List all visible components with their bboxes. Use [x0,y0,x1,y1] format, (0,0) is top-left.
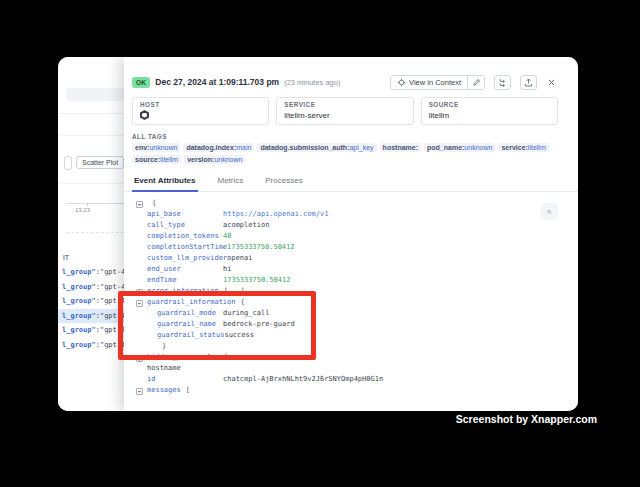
info-card: SERVICE litellm-server [276,97,413,125]
search-icon [547,207,552,217]
attribute-value: success [224,330,254,341]
attribute-row: custom_llm_provider openai [136,253,558,264]
list-item-key: l_group" [62,297,96,305]
truncated-button[interactable] [64,156,72,170]
host-hexagon-icon [140,110,149,120]
tab[interactable]: Event Attributes [132,173,198,192]
background-app-strip: Scatter Plot 13:23 IT l_group":"gpt-4ol_… [58,57,124,411]
list-item[interactable]: l_group":"gpt-4o [58,280,124,295]
info-card: SOURCE litellm [421,97,558,125]
attribute-value: [ [186,385,190,396]
tag-key: datadog.index: [186,144,236,151]
header-button-group: View in Context [390,75,485,90]
attribute-value: bedrock-pre-guard [223,319,295,330]
attribute-value: { [152,198,156,209]
attribute-value: { [241,297,245,308]
tag-chip[interactable]: datadog.index:main [183,143,254,152]
event-timestamp: Dec 27, 2024 at 1:09:11.703 pm [155,77,279,87]
branch-flow-icon [498,78,507,87]
attribute-row: guardrail_name bedrock-pre-guard [136,319,558,330]
tag-chip[interactable]: version:unknown [184,155,245,164]
close-button[interactable] [545,74,558,90]
tag-value: litellm [528,144,546,151]
attribute-key: error_information [147,286,219,297]
attribute-key: guardrail_mode [157,308,223,319]
tag-chip[interactable]: source:litellm [132,155,181,164]
attribute-key: endTime [147,275,223,286]
info-card-value: litellm-server [284,110,405,120]
tab[interactable]: Metrics [216,173,246,191]
panel-header: OK Dec 27, 2024 at 1:09:11.703 pm (23 mi… [132,74,558,90]
edit-button[interactable] [467,76,484,89]
list-item-value: :"gpt-4o [96,326,124,334]
list-item-value: :"gpt-4o [96,312,124,320]
tag-chip[interactable]: datadog.submission_auth:api_key [257,143,376,152]
target-icon [397,78,406,87]
expander-icon[interactable] [136,289,143,296]
attribute-value: [...] [207,352,228,363]
attribute-list: { api_base https://api.openai.com/v1 cal… [136,198,558,396]
info-card-label: SOURCE [429,101,550,108]
attribute-value: [...] [224,286,245,297]
tag-chip[interactable]: service:litellm [498,143,548,152]
expander-icon[interactable] [136,355,143,362]
attribute-key: guardrail_status [157,330,224,341]
attribute-key: guardrail_name [157,319,223,330]
list-item[interactable]: l_group":"gpt-4o [58,309,124,324]
tag-value: unknown [214,156,242,163]
all-tags-label: ALL TAGS [132,133,558,140]
info-card: HOST [132,97,269,125]
export-button[interactable] [520,75,537,90]
attribute-value: 1735333750.50412 [227,242,294,253]
attribute-key: guardrail_information [147,297,236,308]
attribute-value: acompletion [223,220,269,231]
relative-time: (23 minutes ago) [284,78,340,87]
attribute-key: hostname [147,363,223,374]
tab-label: Metrics [218,176,244,185]
expander-icon[interactable] [136,388,143,395]
list-item[interactable]: l_group":"gpt-4o [58,294,124,309]
attribute-row: messages [ [136,385,558,396]
attribute-key: id [147,374,223,385]
watermark-text: Screenshot by Xnapper.com [456,413,597,425]
tag-value: unknown [149,144,177,151]
tag-chip[interactable]: pod_name:unknown [424,143,495,152]
attribute-key: custom_llm_provider [147,253,227,264]
attribute-row: guardrail_information { [136,297,558,308]
list-item[interactable]: l_group":"gpt-4o [58,265,124,280]
tab[interactable]: Processes [263,173,304,191]
attribute-row: api_base https://api.openai.com/v1 [136,209,558,220]
expander-icon[interactable] [136,300,143,307]
search-attributes-button[interactable] [541,203,558,220]
tag-value: main [236,144,251,151]
tag-key: pod_name: [427,144,464,151]
tag-key: datadog.submission_auth: [260,144,349,151]
tag-chip[interactable]: hostname: [380,143,421,152]
info-card-label: SERVICE [284,101,405,108]
info-card-row: HOST SERVICE litellm-server SOURCE [132,97,558,125]
related-data-button[interactable] [494,75,511,90]
scatter-plot-button[interactable]: Scatter Plot [76,156,124,169]
info-card-value-text: litellm-server [284,111,329,120]
tag-value: litellm [160,156,178,163]
attribute-row: guardrail_mode during_call [136,308,558,319]
list-item[interactable]: l_group":"gpt-4o [58,338,124,353]
tab-label: Event Attributes [134,176,196,185]
attribute-row: guardrail_status success [136,330,558,341]
info-card-value: litellm [429,110,550,120]
divider [58,113,124,114]
tag-chip[interactable]: env:unknown [132,143,180,152]
tab-bar: Event AttributesMetricsProcesses [124,173,578,192]
tag-value: api_key [349,144,373,151]
expander-icon[interactable] [136,201,143,208]
view-in-context-button[interactable]: View in Context [391,76,467,89]
list-item-value: :"gpt-4o [96,283,124,291]
tag-key: env: [135,144,149,151]
attribute-row: completionStartTime 1735333750.50412 [136,242,558,253]
attribute-key: hidden_params [147,352,202,363]
tag-key: source: [135,156,160,163]
list-item[interactable]: l_group":"gpt-4o [58,323,124,338]
list-item-key: l_group" [62,312,96,320]
tag-key: hostname: [383,144,418,151]
tag-key: version: [187,156,214,163]
